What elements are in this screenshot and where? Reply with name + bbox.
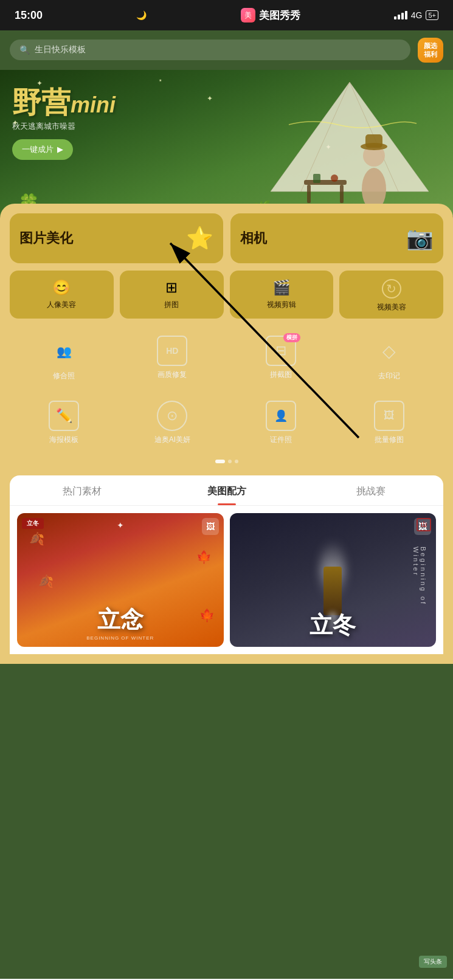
beautify-label: 图片美化 xyxy=(19,229,73,247)
star-icon: ⭐ xyxy=(186,226,213,251)
status-right: 4G 5+ xyxy=(394,10,438,20)
quick-video-button[interactable]: 一键成片 ▶ xyxy=(12,139,73,160)
promo-badge[interactable]: 颜选 福利 xyxy=(418,38,443,63)
dior-ai-button[interactable]: ⊙ 迪奥AI美妍 xyxy=(118,393,226,452)
card1-title: 立念 BEGINNING OF WINTER xyxy=(27,604,213,641)
video-beauty-icon: ↻ xyxy=(382,279,401,298)
camera-icon: 📷 xyxy=(406,226,434,251)
video-edit-icon: 🎬 xyxy=(272,279,291,296)
hd-restore-icon: HD xyxy=(157,336,187,366)
id-photo-label: 证件照 xyxy=(270,435,292,445)
dior-ai-label: 迪奥AI美妍 xyxy=(154,435,190,445)
app-name-label: 美图秀秀 xyxy=(259,9,300,22)
card2-vertical-text: Beginning of Winter xyxy=(412,547,427,613)
snowflake-deco: ✦ xyxy=(117,520,124,530)
card2-badge-stamp: 山 xyxy=(417,518,431,531)
batch-edit-label: 批量修图 xyxy=(375,435,404,445)
tab-meitu-recipe[interactable]: 美图配方 xyxy=(154,485,299,505)
banner-title: 野营mini xyxy=(12,88,116,117)
tabs-header: 热门素材 美图配方 挑战赛 xyxy=(10,475,443,506)
banner-subtitle: 秋天逃离城市噪嚣 xyxy=(12,121,116,132)
video-edit-label: 视频剪辑 xyxy=(267,300,296,310)
portrait-icon: 😊 xyxy=(52,279,71,296)
repair-photo-icon: 👥 xyxy=(48,336,80,367)
cards-grid: 🖼 🍂 🍁 🍂 🍁 ✦ 立念 BEGINNING OF WINTER 立冬 xyxy=(10,506,443,654)
poster-template-button[interactable]: ✏️ 海报模板 xyxy=(10,393,118,452)
svg-rect-12 xyxy=(313,174,320,183)
ginkgo-leaf-2: 🍁 xyxy=(196,550,212,564)
remove-watermark-button[interactable]: ◇ 去印记 xyxy=(335,328,443,388)
card1-english: BEGINNING OF WINTER xyxy=(27,635,213,641)
pagination-dots xyxy=(10,457,443,471)
camera-label: 相机 xyxy=(240,229,267,247)
beautify-button[interactable]: 图片美化 ⭐ xyxy=(10,213,223,263)
card-1[interactable]: 🖼 🍂 🍁 🍂 🍁 ✦ 立念 BEGINNING OF WINTER 立冬 xyxy=(17,513,224,647)
stitch-label: 拼截图 xyxy=(270,370,292,380)
icon-list-row1: 👥 修合照 HD 画质修复 ⊟ 横拼 拼截图 ◇ 去印记 xyxy=(10,328,443,388)
main-content: 🔍 生日快乐模板 颜选 福利 ✦ ✦ ✦ ⋆ ✦ xyxy=(0,30,453,979)
stitch-screenshot-button[interactable]: ⊟ 横拼 拼截图 xyxy=(227,328,335,388)
signal-bars xyxy=(394,11,407,19)
dot-3 xyxy=(235,460,238,463)
camera-button[interactable]: 相机 📷 xyxy=(230,213,444,263)
ginkgo-leaf-3: 🍂 xyxy=(38,574,54,588)
remove-watermark-label: 去印记 xyxy=(378,371,400,381)
svg-rect-9 xyxy=(304,180,347,185)
network-type: 4G xyxy=(411,10,423,20)
status-center: 美 美图秀秀 xyxy=(241,8,300,22)
tab-challenge[interactable]: 挑战赛 xyxy=(299,485,443,505)
card-2[interactable]: 🖼 Beginning of Winter 山 xyxy=(230,513,437,647)
video-beauty-label: 视频美容 xyxy=(377,302,406,312)
tab-hot-materials[interactable]: 热门素材 xyxy=(10,485,154,505)
hd-restore-button[interactable]: HD 画质修复 xyxy=(118,328,226,388)
batch-edit-button[interactable]: 🖼 批量修图 xyxy=(335,393,443,452)
app-logo-icon: 美 xyxy=(241,8,255,22)
banner[interactable]: ✦ ✦ ✦ ⋆ ✦ xyxy=(0,70,453,216)
search-area: 🔍 生日快乐模板 颜选 福利 xyxy=(0,30,453,70)
dot-1 xyxy=(215,460,225,463)
person-decoration xyxy=(344,128,404,216)
batch-edit-icon: 🖼 xyxy=(374,401,404,431)
search-placeholder: 生日快乐模板 xyxy=(35,44,86,55)
remove-watermark-icon: ◇ xyxy=(373,336,405,367)
status-bar: 15:00 🌙 美 美图秀秀 4G 5+ xyxy=(0,0,453,30)
poster-icon: ✏️ xyxy=(49,401,79,431)
ginkgo-leaf-1: 🍂 xyxy=(29,531,44,546)
svg-point-13 xyxy=(331,174,338,182)
id-photo-button[interactable]: 👤 证件照 xyxy=(227,393,335,452)
banner-text-area: 野营mini 秋天逃离城市噪嚣 一键成片 ▶ xyxy=(12,88,116,160)
video-edit-button[interactable]: 🎬 视频剪辑 xyxy=(230,271,334,319)
search-bar[interactable]: 🔍 生日快乐模板 xyxy=(10,40,410,60)
icon-list-row2: ✏️ 海报模板 ⊙ 迪奥AI美妍 👤 证件照 🖼 批量修图 xyxy=(10,393,443,452)
card1-badge: 立冬 xyxy=(22,518,44,529)
watermark: 写头条 xyxy=(419,956,447,968)
tabs-section: 热门素材 美图配方 挑战赛 🖼 🍂 🍁 🍂 🍁 xyxy=(10,475,443,654)
dot-2 xyxy=(228,460,232,463)
repair-photo-label: 修合照 xyxy=(53,371,75,381)
moon-icon: 🌙 xyxy=(136,10,147,20)
card2-title: 立冬 xyxy=(240,610,426,641)
dior-ai-icon: ⊙ xyxy=(157,401,187,431)
poster-label: 海报模板 xyxy=(49,435,78,445)
large-buttons-row: 图片美化 ⭐ 相机 📷 xyxy=(10,213,443,263)
small-buttons-row: 😊 人像美容 ⊞ 拼图 🎬 视频剪辑 ↻ 视频美容 xyxy=(10,271,443,319)
id-photo-icon: 👤 xyxy=(266,401,296,431)
battery-indicator: 5+ xyxy=(426,10,438,20)
svg-rect-10 xyxy=(307,185,311,203)
portrait-label: 人像美容 xyxy=(47,300,76,310)
stitch-badge: 横拼 xyxy=(283,333,300,342)
video-beauty-button[interactable]: ↻ 视频美容 xyxy=(339,271,443,319)
svg-rect-6 xyxy=(365,134,382,148)
function-section: 图片美化 ⭐ 相机 📷 😊 人像美容 ⊞ 拼图 🎬 视频剪辑 xyxy=(0,204,453,664)
repair-photo-button[interactable]: 👥 修合照 xyxy=(10,328,118,388)
svg-rect-11 xyxy=(340,185,344,203)
status-time: 15:00 xyxy=(15,9,43,22)
collage-label: 拼图 xyxy=(164,300,179,310)
portrait-beauty-button[interactable]: 😊 人像美容 xyxy=(10,271,114,319)
collage-icon: ⊞ xyxy=(165,279,178,296)
card1-overlay-icon: 🖼 xyxy=(202,518,219,535)
collage-button[interactable]: ⊞ 拼图 xyxy=(120,271,224,319)
search-icon: 🔍 xyxy=(19,45,30,55)
hd-restore-label: 画质修复 xyxy=(157,370,187,380)
